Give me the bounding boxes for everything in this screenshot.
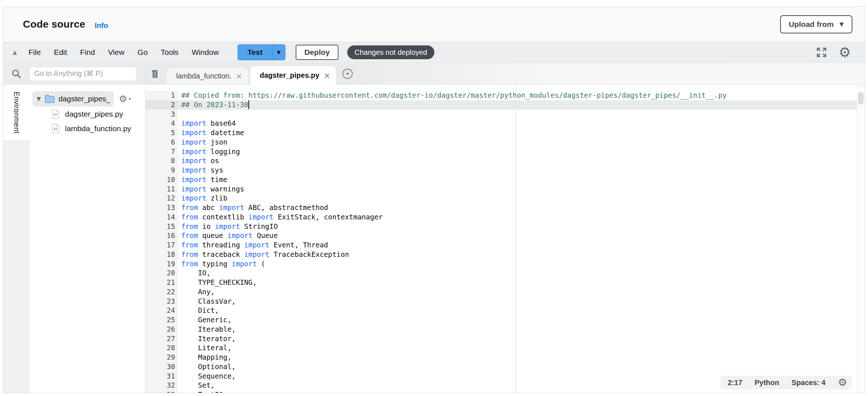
- code-line-18[interactable]: 18from traceback import TracebackExcepti…: [146, 250, 865, 259]
- code-line-17[interactable]: 17from threading import Event, Thread: [146, 241, 865, 250]
- scrollbar-thumb[interactable]: [858, 92, 863, 104]
- upload-from-button[interactable]: Upload from ▼: [780, 15, 852, 33]
- tab-list-icon[interactable]: [150, 69, 160, 79]
- fullscreen-icon[interactable]: [816, 47, 827, 58]
- menu-go[interactable]: Go: [138, 48, 148, 57]
- new-tab-button[interactable]: +: [342, 69, 353, 79]
- file-tree: ▼ dagster_pipes_funct ⚙ ▾ dagster_pipes.…: [29, 85, 146, 393]
- menu-window[interactable]: Window: [192, 48, 219, 57]
- code-line-9[interactable]: 9import sys: [146, 166, 865, 175]
- code-line-25[interactable]: 25 Generic,: [146, 315, 865, 325]
- code-line-14[interactable]: 14from contextlib import ExitStack, cont…: [146, 213, 865, 222]
- menu-file[interactable]: File: [29, 48, 41, 57]
- code-line-15[interactable]: 15from io import StringIO: [146, 222, 865, 231]
- tab-close-icon[interactable]: ×: [324, 71, 330, 80]
- menu-bar-icons: ⚙: [816, 45, 851, 59]
- side-strip: Environment: [3, 85, 29, 393]
- tab-bar: lambda_function.×dagster_pipes.py× +: [146, 63, 865, 85]
- menu-bar: ▲ FileEditFindViewGoToolsWindow Test ▼ D…: [3, 42, 865, 63]
- code-line-28[interactable]: 28 Literal,: [146, 343, 865, 353]
- menu-tools[interactable]: Tools: [161, 48, 179, 57]
- info-link[interactable]: Info: [95, 21, 108, 30]
- file-name: lambda_function.py: [65, 124, 131, 133]
- line-content: import logging: [178, 147, 865, 157]
- code-line-12[interactable]: 12import zlib: [146, 194, 865, 203]
- line-content: Mapping,: [178, 353, 865, 362]
- line-number: 1: [146, 91, 178, 100]
- code-line-29[interactable]: 29 Mapping,: [146, 353, 865, 362]
- line-number: 29: [146, 353, 178, 362]
- tab-close-icon[interactable]: ×: [236, 72, 242, 81]
- code-line-2[interactable]: 2## On 2023-11-30: [146, 100, 865, 110]
- search-tabs-band: lambda_function.×dagster_pipes.py× +: [3, 63, 865, 85]
- code-line-22[interactable]: 22 Any,: [146, 287, 865, 297]
- code-line-19[interactable]: 19from typing import (: [146, 259, 865, 269]
- environment-tab[interactable]: Environment: [3, 85, 29, 141]
- line-number: 4: [146, 119, 178, 128]
- collapse-panel-icon[interactable]: ▲: [13, 49, 17, 56]
- line-content: import zlib: [178, 194, 865, 203]
- test-options-button[interactable]: ▼: [272, 45, 285, 60]
- code-line-30[interactable]: 30 Optional,: [146, 362, 865, 372]
- tab-lambda_function[interactable]: lambda_function.×: [167, 68, 248, 84]
- tab-dagster_pipes-py[interactable]: dagster_pipes.py×: [250, 66, 336, 85]
- line-content: Iterator,: [178, 334, 865, 344]
- code-line-7[interactable]: 7import logging: [146, 147, 865, 157]
- line-number: 14: [146, 213, 178, 222]
- cursor-position[interactable]: 2:17: [728, 379, 742, 387]
- line-number: 31: [146, 372, 178, 381]
- line-number: 11: [146, 185, 178, 194]
- code-line-10[interactable]: 10import time: [146, 175, 865, 185]
- code-line-20[interactable]: 20 IO,: [146, 268, 865, 278]
- code-line-4[interactable]: 4import base64: [146, 119, 865, 128]
- upload-from-label: Upload from: [789, 20, 834, 29]
- search-icon: [11, 69, 21, 79]
- code-line-5[interactable]: 5import datetime: [146, 128, 865, 138]
- settings-gear-icon[interactable]: ⚙: [839, 45, 851, 59]
- line-number: 33: [146, 390, 178, 393]
- code-line-23[interactable]: 23 ClassVar,: [146, 297, 865, 306]
- tabs: lambda_function.×dagster_pipes.py×: [167, 66, 338, 84]
- code-editor[interactable]: 1## Copied from: https://raw.githubuserc…: [146, 85, 865, 393]
- line-content: from io import StringIO: [178, 222, 865, 231]
- tab-label: lambda_function.: [176, 72, 231, 80]
- line-content: Dict,: [178, 306, 865, 315]
- code-line-3[interactable]: 3: [146, 110, 865, 119]
- line-content: import sys: [178, 166, 865, 175]
- language-mode[interactable]: Python: [755, 379, 779, 387]
- code-line-24[interactable]: 24 Dict,: [146, 306, 865, 315]
- code-line-1[interactable]: 1## Copied from: https://raw.githubuserc…: [146, 91, 865, 100]
- code-line-21[interactable]: 21 TYPE_CHECKING,: [146, 278, 865, 287]
- test-button[interactable]: Test: [238, 45, 272, 60]
- code-line-11[interactable]: 11import warnings: [146, 185, 865, 194]
- indentation-setting[interactable]: Spaces: 4: [792, 379, 826, 387]
- deploy-button[interactable]: Deploy: [296, 45, 338, 60]
- line-number: 17: [146, 241, 178, 250]
- code-line-27[interactable]: 27 Iterator,: [146, 334, 865, 344]
- ide-main: Environment ▼ dagster_pipes_funct ⚙ ▾ da…: [3, 85, 865, 393]
- line-content: import os: [178, 156, 865, 166]
- status-gear-icon[interactable]: ⚙: [838, 377, 847, 388]
- go-to-anything-input[interactable]: [29, 67, 136, 81]
- line-content: import base64: [178, 119, 865, 128]
- code-line-13[interactable]: 13from abc import ABC, abstractmethod: [146, 203, 865, 213]
- line-number: 6: [146, 138, 178, 147]
- tree-folder-row[interactable]: ▼ dagster_pipes_funct: [32, 91, 114, 106]
- tree-file-lambda_function.py[interactable]: lambda_function.py: [29, 122, 145, 136]
- editor-scrollbar[interactable]: [857, 85, 865, 393]
- code-line-33[interactable]: 33 TextIO: [146, 390, 865, 393]
- code-line-6[interactable]: 6import json: [146, 138, 865, 147]
- code-line-26[interactable]: 26 Iterable,: [146, 325, 865, 334]
- menu-find[interactable]: Find: [80, 48, 95, 57]
- menu-view[interactable]: View: [108, 48, 124, 57]
- folder-expand-caret-icon[interactable]: ▼: [37, 96, 41, 102]
- tree-file-dagster_pipes.py[interactable]: dagster_pipes.py: [29, 107, 145, 121]
- menu-edit[interactable]: Edit: [54, 48, 67, 57]
- tree-settings-caret-icon[interactable]: ▾: [129, 96, 131, 101]
- tree-files: dagster_pipes.py lambda_function.py: [29, 107, 145, 136]
- tree-settings-gear-icon[interactable]: ⚙: [119, 93, 127, 104]
- code-line-8[interactable]: 8import os: [146, 156, 865, 166]
- code-line-16[interactable]: 16from queue import Queue: [146, 231, 865, 241]
- line-content: TYPE_CHECKING,: [178, 278, 865, 287]
- menu-items: FileEditFindViewGoToolsWindow: [29, 48, 219, 57]
